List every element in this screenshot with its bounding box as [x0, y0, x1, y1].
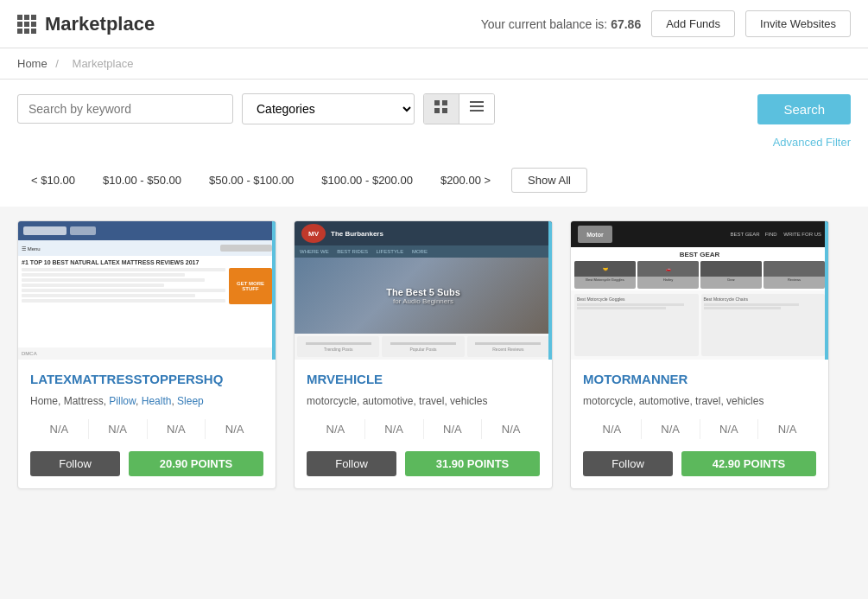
card-stats-1: N/A N/A N/A N/A	[30, 419, 263, 439]
header-right: Your current balance is: 67.86 Add Funds…	[481, 10, 851, 37]
stat-2-3: N/A	[482, 419, 540, 439]
app-header: Marketplace Your current balance is: 67.…	[0, 0, 868, 48]
site-mockup-1: ☰ Menu #1 TOP 10 BEST NATURAL LATEX MATT…	[18, 221, 276, 360]
price-filters: < $10.00 $10.00 - $50.00 $50.00 - $100.0…	[0, 159, 868, 207]
svg-rect-4	[470, 101, 484, 103]
card-tags-2: motorcycle, automotive, travel, vehicles	[307, 393, 540, 409]
svg-rect-1	[442, 100, 447, 105]
site-mockup-2: MV The Burbankers WHERE WE BEST RIDES LI…	[295, 221, 552, 360]
stat-1-3: N/A	[206, 419, 263, 439]
points-button-1[interactable]: 20.90 POINTS	[129, 451, 263, 476]
stat-2-1: N/A	[365, 419, 424, 439]
stat-3-3: N/A	[758, 419, 816, 439]
svg-rect-5	[470, 105, 484, 107]
stat-1-2: N/A	[148, 419, 206, 439]
invite-websites-button[interactable]: Invite Websites	[745, 10, 851, 37]
stat-3-1: N/A	[642, 419, 700, 439]
card-title-1: LATEXMATTRESSTOPPERSHQ	[30, 372, 263, 386]
price-filter-3[interactable]: $100.00 - $200.00	[307, 169, 427, 192]
stat-2-2: N/A	[424, 419, 483, 439]
stat-1-0: N/A	[30, 419, 89, 439]
svg-rect-6	[470, 110, 484, 112]
breadcrumb: Home / Marketplace	[0, 48, 868, 80]
card-image-3: Motor BEST GEAR FIND WRITE FOR US BEST G…	[571, 221, 828, 360]
view-toggle	[423, 93, 495, 124]
breadcrumb-home[interactable]: Home	[17, 57, 48, 70]
stat-3-0: N/A	[583, 419, 642, 439]
points-button-2[interactable]: 31.90 POINTS	[405, 451, 540, 476]
marketplace-card: Motor BEST GEAR FIND WRITE FOR US BEST G…	[570, 220, 829, 489]
card-tags-1: Home, Mattress, Pillow, Health, Sleep	[30, 393, 263, 409]
svg-rect-3	[442, 108, 447, 113]
follow-button-1[interactable]: Follow	[30, 451, 120, 476]
card-title-2: MRVEHICLE	[307, 372, 540, 386]
category-select[interactable]: Categories	[242, 93, 415, 124]
card-body-1: LATEXMATTRESSTOPPERSHQ Home, Mattress, P…	[18, 360, 276, 488]
search-button[interactable]: Search	[757, 94, 851, 124]
list-view-button[interactable]	[459, 94, 494, 124]
card-tags-3: motorcycle, automotive, travel, vehicles	[583, 393, 816, 409]
price-filter-2[interactable]: $50.00 - $100.00	[195, 169, 307, 192]
follow-button-3[interactable]: Follow	[583, 451, 673, 476]
card-actions-3: Follow 42.90 POINTS	[583, 451, 816, 476]
stat-2-0: N/A	[307, 419, 365, 439]
follow-button-2[interactable]: Follow	[307, 451, 396, 476]
search-bar: Categories Search	[0, 80, 868, 131]
card-actions-1: Follow 20.90 POINTS	[30, 451, 263, 476]
app-title: Marketplace	[45, 13, 155, 35]
card-stats-3: N/A N/A N/A N/A	[583, 419, 816, 439]
stat-3-2: N/A	[700, 419, 759, 439]
stat-1-1: N/A	[89, 419, 148, 439]
header-left: Marketplace	[17, 13, 155, 35]
card-actions-2: Follow 31.90 POINTS	[307, 451, 540, 476]
show-all-button[interactable]: Show All	[511, 168, 587, 193]
card-body-3: MOTORMANNER motorcycle, automotive, trav…	[571, 360, 828, 488]
price-filter-0[interactable]: < $10.00	[17, 169, 89, 192]
breadcrumb-current: Marketplace	[73, 57, 134, 70]
marketplace-card: ☰ Menu #1 TOP 10 BEST NATURAL LATEX MATT…	[17, 220, 276, 489]
add-funds-button[interactable]: Add Funds	[651, 10, 735, 37]
card-stats-2: N/A N/A N/A N/A	[307, 419, 540, 439]
price-filter-4[interactable]: $200.00 >	[427, 169, 504, 192]
card-accent-1	[272, 221, 276, 360]
card-accent-2	[548, 221, 552, 360]
advanced-filter-row: Advanced Filter	[0, 131, 868, 159]
card-image-2: MV The Burbankers WHERE WE BEST RIDES LI…	[295, 221, 552, 360]
grid-view-button[interactable]	[424, 94, 459, 124]
site-mockup-3: Motor BEST GEAR FIND WRITE FOR US BEST G…	[571, 221, 828, 360]
balance-text: Your current balance is: 67.86	[481, 17, 642, 31]
search-input[interactable]	[17, 94, 233, 124]
marketplace-card: MV The Burbankers WHERE WE BEST RIDES LI…	[294, 220, 553, 489]
card-body-2: MRVEHICLE motorcycle, automotive, travel…	[295, 360, 552, 488]
advanced-filter-link[interactable]: Advanced Filter	[773, 136, 851, 149]
card-accent-3	[825, 221, 828, 360]
price-filter-1[interactable]: $10.00 - $50.00	[89, 169, 195, 192]
svg-rect-0	[434, 100, 440, 105]
card-title-3: MOTORMANNER	[583, 372, 816, 386]
svg-rect-2	[434, 108, 440, 113]
app-grid-icon	[17, 15, 36, 34]
card-image-1: ☰ Menu #1 TOP 10 BEST NATURAL LATEX MATT…	[18, 221, 276, 360]
points-button-3[interactable]: 42.90 POINTS	[681, 451, 816, 476]
cards-container: ☰ Menu #1 TOP 10 BEST NATURAL LATEX MATT…	[0, 207, 868, 503]
